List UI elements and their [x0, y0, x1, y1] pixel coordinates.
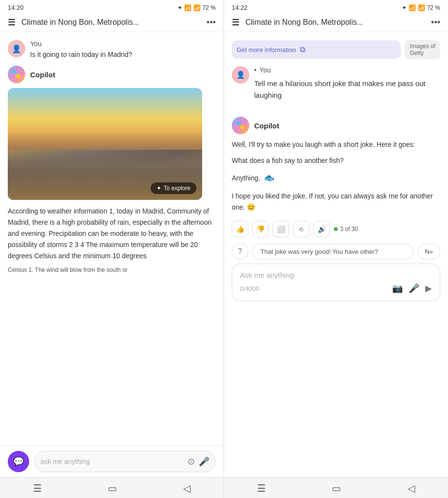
right-back-nav-icon[interactable]: ◁: [408, 482, 415, 494]
right-copilot-header: Copilot: [232, 117, 440, 134]
left-copilot-name: Copilot: [30, 71, 55, 79]
right-status-bar: 14:22 ✦ 📶 📶 72 %: [224, 0, 448, 13]
char-count: 0/4000: [240, 285, 259, 292]
left-user-avatar: 👤: [8, 40, 25, 57]
right-mic-icon[interactable]: 🎤: [409, 283, 419, 294]
right-user-content: • You Tell me a hilarious short joke tha…: [254, 66, 440, 109]
battery-text: 72 %: [203, 4, 216, 11]
right-copilot-logo-icon: [235, 120, 246, 131]
right-chat-area: Get more information ⧉ Images of Getty 👤…: [224, 32, 448, 477]
left-bottom-actions: 💬 ask me anything ⊙ 🎤: [8, 451, 216, 472]
left-mic-icon[interactable]: 🎤: [199, 456, 209, 467]
right-copilot-text-3: Anything. 🐟: [232, 171, 440, 186]
right-you-label: You: [259, 66, 271, 74]
external-link-icon: ⧉: [300, 45, 305, 54]
left-user-message-block: 👤 You Is it going to rain today in Madri…: [8, 40, 216, 60]
volume-button[interactable]: 🔊: [313, 221, 330, 237]
info-card-row: Get more information ⧉ Images of Getty: [232, 40, 440, 59]
left-back-nav-icon[interactable]: ◁: [183, 482, 190, 494]
left-status-bar: 14:20 ✦ 📶 📶 72 %: [0, 0, 224, 13]
left-copilot-logo: [8, 66, 25, 83]
left-hamburger-icon[interactable]: ☰: [8, 17, 16, 28]
right-copilot-logo: [232, 117, 249, 134]
fish-emoji: 🐟: [264, 171, 275, 186]
right-hamburger-icon[interactable]: ☰: [232, 17, 240, 28]
right-copilot-name: Copilot: [254, 122, 279, 130]
left-menu-nav-icon[interactable]: ☰: [33, 482, 42, 494]
right-camera-icon[interactable]: 📷: [392, 283, 403, 294]
left-bottom-bar: 💬 ask me anything ⊙ 🎤: [0, 445, 224, 477]
right-status-icons: ✦ 📶 📶 72 %: [402, 4, 440, 11]
left-time: 14:20: [8, 4, 24, 11]
left-copilot-small-text: Celsius 1. The wind will blow from the s…: [8, 266, 216, 274]
wand-icon: ✦: [156, 185, 161, 192]
images-label: Images of Getty: [410, 43, 435, 56]
ask-icons: 📷 🎤 ▶: [392, 283, 432, 294]
wifi-icon: 📶: [184, 4, 191, 11]
left-copilot-text: According to weather information 1, toda…: [8, 206, 216, 262]
svg-point-3: [16, 74, 20, 78]
right-you-label-row: • You: [254, 66, 440, 74]
ask-title: Ask me anything: [240, 271, 432, 279]
left-home-nav-icon[interactable]: ▭: [108, 482, 117, 494]
reaction-bar: 👍 👎 ⬜ ⎋ 🔊 3 of 30: [232, 221, 440, 237]
right-user-message-block: 👤 • You Tell me a hilarious short joke t…: [232, 66, 440, 109]
ask-footer: 0/4000 📷 🎤 ▶: [240, 283, 432, 294]
right-copilot-message: Copilot Well, I'll try to make you laugh…: [232, 117, 440, 213]
copilot-logo-icon: [11, 69, 22, 80]
left-input-placeholder: ask me anything: [40, 458, 184, 465]
left-more-icon[interactable]: •••: [207, 18, 216, 28]
left-user-content: You Is it going to rain today in Madrid?: [30, 40, 132, 60]
left-chat-area: 👤 You Is it going to rain today in Madri…: [0, 32, 224, 445]
thumbs-down-button[interactable]: 👎: [252, 221, 269, 237]
madrid-image: ✦ To explore: [8, 88, 202, 200]
right-copilot-text-2: What does a fish say to another fish?: [232, 155, 440, 166]
images-badge: Images of Getty: [405, 40, 440, 59]
ask-box: Ask me anything 0/4000 📷 🎤 ▶: [232, 264, 440, 301]
right-signal-icon: 📶: [418, 4, 425, 11]
thumbs-up-button[interactable]: 👍: [232, 221, 248, 237]
suggestion-bar: ? That joke was very good! You have othe…: [232, 243, 440, 260]
right-bluetooth-icon: ✦: [402, 4, 407, 11]
copy-button[interactable]: ⬜: [273, 221, 289, 237]
left-input-box[interactable]: ask me anything ⊙ 🎤: [34, 451, 216, 472]
right-user-avatar: 👤: [232, 66, 249, 84]
svg-point-7: [240, 125, 244, 129]
left-status-icons: ✦ 📶 📶 72 %: [177, 4, 216, 11]
right-nav-buttons: ☰ ▭ ◁: [224, 477, 448, 498]
right-send-icon[interactable]: ▶: [425, 283, 432, 294]
left-copilot-header: Copilot: [8, 66, 216, 83]
left-nav-buttons: ☰ ▭ ◁: [0, 477, 224, 498]
signal-icon: 📶: [193, 4, 201, 11]
count-badge: 3 of 30: [334, 226, 358, 232]
count-text: 3 of 30: [340, 226, 358, 232]
get-more-card[interactable]: Get more information ⧉: [232, 40, 401, 59]
explore-badge[interactable]: ✦ To explore: [151, 182, 196, 194]
left-user-text: Is it going to rain today in Madrid?: [30, 50, 132, 60]
you-bullet: •: [254, 66, 257, 74]
info-card-text: Get more information: [237, 46, 296, 53]
left-phone-panel: 14:20 ✦ 📶 📶 72 % ☰ Climate in Nong Bon, …: [0, 0, 224, 498]
left-nav-title: Climate in Nong Bon, Metropolis...: [21, 18, 207, 27]
left-scan-icon[interactable]: ⊙: [188, 456, 195, 467]
right-copilot-text-1: Well, I'll try to make you laugh with a …: [232, 139, 440, 150]
right-wifi-icon: 📶: [409, 4, 416, 11]
explore-label: To explore: [164, 185, 190, 192]
left-chat-bubble-button[interactable]: 💬: [8, 451, 29, 472]
right-copilot-text-4: I hope you liked the joke. If not, you c…: [232, 191, 440, 213]
right-battery-text: 72 %: [427, 4, 440, 11]
left-nav-bar: ☰ Climate in Nong Bon, Metropolis... •••: [0, 13, 224, 32]
next-button[interactable]: N»: [417, 244, 440, 260]
right-menu-nav-icon[interactable]: ☰: [257, 482, 266, 494]
right-nav-title: Climate in Nong Bon, Metropolis...: [245, 18, 431, 27]
left-copilot-message: Copilot ✦ To explore According to weathe…: [8, 66, 216, 274]
green-dot: [334, 227, 338, 231]
share-button[interactable]: ⎋: [293, 221, 310, 237]
left-user-label: You: [30, 40, 132, 48]
bluetooth-icon: ✦: [177, 4, 182, 11]
question-icon: ?: [232, 243, 248, 260]
suggestion-pill[interactable]: That joke was very good! You have other?: [252, 244, 414, 260]
right-home-nav-icon[interactable]: ▭: [332, 482, 341, 494]
right-time: 14:22: [232, 4, 248, 11]
right-more-icon[interactable]: •••: [431, 18, 440, 28]
